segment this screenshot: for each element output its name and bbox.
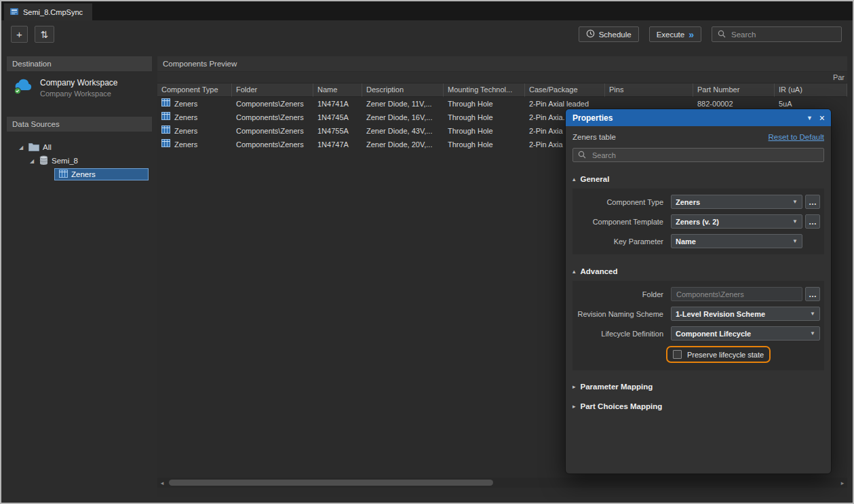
close-icon[interactable]: × — [819, 113, 825, 123]
scroll-left-icon[interactable]: ◂ — [157, 478, 167, 488]
column-group-row: Par — [157, 72, 847, 83]
column-header-ir[interactable]: IR (uA) — [775, 83, 847, 97]
tree-expander-icon[interactable]: ◢ — [19, 144, 25, 151]
cell-mounting: Through Hole — [444, 111, 525, 124]
section-expanded-icon: ▴ — [572, 268, 576, 275]
section-general[interactable]: ▴ General — [572, 175, 824, 183]
key-parameter-dropdown[interactable]: Name ▼ — [671, 234, 802, 248]
document-tab-title: Semi_8.CmpSync — [23, 8, 83, 16]
horizontal-scrollbar[interactable]: ◂ ▸ — [157, 478, 847, 488]
component-type-dropdown[interactable]: Zeners ▼ — [671, 195, 802, 209]
panel-subtitle: Zeners table — [572, 133, 616, 141]
properties-panel-header[interactable]: Properties ▼ × — [566, 109, 831, 126]
column-header-folder[interactable]: Folder — [232, 83, 313, 97]
workspace-item[interactable]: Company Workspace Company Workspace — [7, 71, 152, 106]
toolbar: + ⇅ Schedule Execute » — [1, 20, 853, 52]
advanced-fields: Folder Components\Zeners … Revision Nami… — [572, 281, 824, 370]
panel-collapse-icon[interactable]: ▼ — [807, 115, 813, 121]
column-header-description[interactable]: Description — [362, 83, 444, 97]
section-collapsed-icon: ▸ — [572, 383, 576, 390]
column-header-pins[interactable]: Pins — [605, 83, 693, 97]
clock-icon — [586, 29, 595, 39]
cell-component-type: Zeners — [157, 138, 232, 151]
component-type-label: Component Type — [572, 198, 663, 206]
scrollbar-thumb[interactable] — [169, 480, 493, 486]
dropdown-value: Zeners — [676, 198, 788, 206]
component-template-dropdown[interactable]: Zeners (v. 2) ▼ — [671, 214, 802, 229]
column-group-label: Par — [833, 73, 845, 81]
execute-label: Execute — [657, 31, 685, 39]
component-template-label: Component Template — [572, 218, 663, 226]
section-part-choices-mapping[interactable]: ▸ Part Choices Mapping — [572, 402, 824, 410]
ellipsis-icon: … — [809, 290, 817, 299]
dropdown-value: Name — [676, 237, 788, 246]
search-icon — [718, 28, 726, 41]
lifecycle-definition-label: Lifecycle Definition — [572, 330, 663, 338]
folder-field: Components\Zeners — [671, 287, 802, 301]
ellipsis-icon: … — [809, 217, 817, 227]
plus-icon: + — [16, 28, 22, 40]
cell-component-type: Zeners — [157, 97, 232, 111]
search-icon — [578, 149, 586, 161]
cloud-workspace-icon — [12, 79, 34, 98]
tree-item-zeners[interactable]: Zeners — [7, 168, 152, 181]
cell-mounting: Through Hole — [444, 124, 525, 138]
component-template-browse-button[interactable]: … — [805, 214, 820, 229]
column-header-component-type[interactable]: Component Type — [157, 83, 232, 97]
properties-search[interactable] — [572, 148, 824, 162]
column-header-mounting[interactable]: Mounting Technol... — [444, 83, 525, 97]
section-parameter-mapping[interactable]: ▸ Parameter Mapping — [572, 383, 824, 391]
document-tab[interactable]: Semi_8.CmpSync — [4, 3, 92, 20]
lifecycle-definition-dropdown[interactable]: Component Lifecycle ▼ — [671, 326, 820, 341]
component-type-browse-button[interactable]: … — [805, 195, 820, 209]
folder-icon — [28, 142, 39, 153]
ellipsis-icon: … — [809, 197, 817, 207]
sync-button[interactable]: ⇅ — [35, 26, 54, 43]
schedule-button[interactable]: Schedule — [579, 26, 639, 42]
section-label: Advanced — [581, 267, 618, 275]
section-collapsed-icon: ▸ — [572, 403, 576, 410]
toolbar-search[interactable] — [712, 26, 842, 42]
cell-folder: Components\Zeners — [232, 124, 313, 138]
search-input[interactable] — [730, 30, 836, 39]
tree-item-label: Zeners — [71, 170, 96, 178]
table-icon — [161, 97, 170, 111]
reset-to-default-link[interactable]: Reset to Default — [769, 133, 824, 141]
dropdown-value: Component Lifecycle — [676, 330, 806, 338]
table-header-row: Component Type Folder Name Description M… — [157, 83, 847, 97]
destination-header: Destination — [7, 56, 152, 71]
scroll-right-icon[interactable]: ▸ — [838, 478, 847, 488]
key-parameter-label: Key Parameter — [572, 237, 663, 246]
folder-label: Folder — [572, 290, 663, 298]
schedule-label: Schedule — [599, 31, 632, 39]
execute-button[interactable]: Execute » — [649, 26, 701, 42]
tree-item-all[interactable]: ◢ All — [7, 140, 152, 154]
section-advanced[interactable]: ▴ Advanced — [572, 267, 824, 275]
section-label: Part Choices Mapping — [581, 402, 663, 410]
column-header-part-number[interactable]: Part Number — [693, 83, 775, 97]
cell-folder: Components\Zeners — [232, 97, 313, 111]
sync-icon: ⇅ — [41, 29, 49, 40]
dropdown-value: 1-Level Revision Scheme — [676, 310, 806, 318]
chevron-down-icon: ▼ — [792, 199, 798, 205]
tree-expander-icon[interactable]: ◢ — [30, 158, 36, 164]
cell-mounting: Through Hole — [444, 138, 525, 151]
tree-item-semi8[interactable]: ◢ Semi_8 — [7, 154, 152, 168]
cell-component-type: Zeners — [157, 111, 232, 124]
cell-folder: Components\Zeners — [232, 138, 313, 151]
cell-text: Zeners — [174, 124, 197, 138]
add-button[interactable]: + — [11, 26, 28, 43]
preserve-lifecycle-checkbox[interactable] — [673, 350, 682, 359]
revision-naming-scheme-dropdown[interactable]: 1-Level Revision Scheme ▼ — [671, 307, 820, 321]
column-header-name[interactable]: Name — [313, 83, 362, 97]
tree-item-zeners-selected[interactable]: Zeners — [54, 168, 149, 180]
cell-description: Zener Diode, 43V,... — [362, 124, 444, 138]
data-sources-header: Data Sources — [7, 117, 152, 132]
column-header-case-package[interactable]: Case/Package — [525, 83, 605, 97]
cell-mounting: Through Hole — [444, 97, 525, 111]
general-fields: Component Type Zeners ▼ … Component Temp… — [572, 189, 824, 254]
properties-search-input[interactable] — [591, 151, 819, 160]
properties-title: Properties — [572, 113, 800, 123]
folder-browse-button[interactable]: … — [805, 287, 820, 301]
titlebar: Semi_8.CmpSync — [1, 1, 853, 20]
